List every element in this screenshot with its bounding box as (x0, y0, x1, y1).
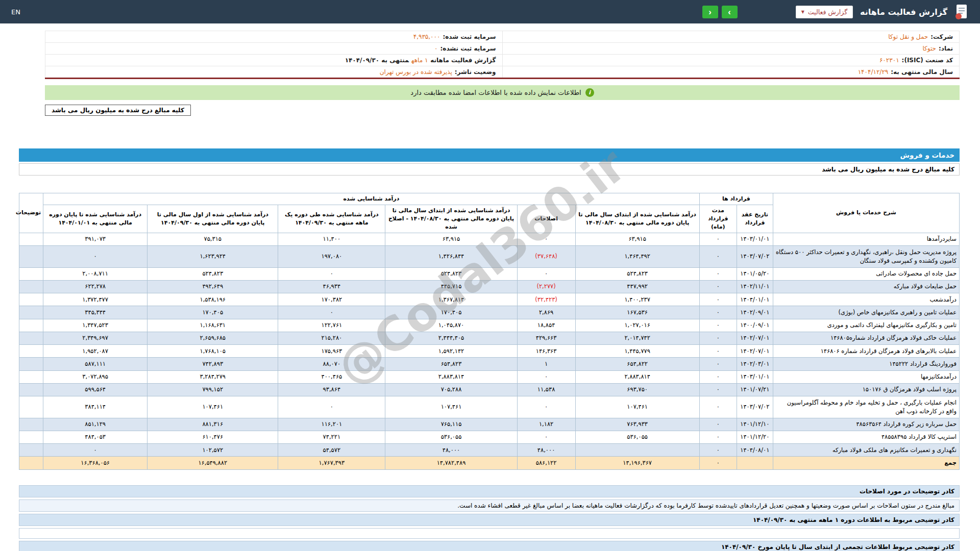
table-total-row: جمع۰۱۴,۱۹۶,۳۶۷۵۸۶,۱۲۲۱۴,۷۸۲,۴۸۹۱,۷۶۷,۳۹۳… (19, 457, 960, 469)
cell-rev_start: ۱۶۷,۵۳۶ (575, 306, 699, 319)
note-label-row: کادر توضیحی مربوط به اطلاعات دوره ۱ ماهه… (19, 514, 960, 526)
cell-rev_start: ۷۶۳,۹۳۳ (575, 418, 699, 431)
info-label: گزارش فعالیت ماهانه (430, 57, 496, 64)
cell-desc: فورواردینگ قرارداد ۱۴۵۲۲۲ (773, 358, 959, 370)
cell-rev_month: ۱۷۰,۳۸۲ (278, 293, 385, 306)
cell-rev_start (575, 444, 699, 457)
total-cell-adjustment: ۵۸۶,۱۲۲ (517, 457, 575, 469)
info-value: حمل و نقل توکا (888, 33, 928, 40)
total-cell-rev_prev: ۱۶,۳۶۸,۰۵۶ (43, 457, 148, 469)
section-header-sales: خدمات و فروش (19, 148, 960, 162)
col-header-rev-total: درآمد شناسایی شده از اول سال مالی تا پای… (148, 205, 278, 233)
cell-rev_start: ۲,۰۱۴,۷۴۲ (575, 332, 699, 344)
cell-rev_total: ۱۰۷,۴۶۱ (148, 396, 278, 418)
report-type-dropdown[interactable]: گزارش فعالیت ▼ (796, 6, 853, 18)
cell-rev_month: ۱۱۶,۲۰۱ (278, 418, 385, 431)
cell-rev_prev: ۳۴۵,۳۴۴ (43, 306, 148, 319)
cell-date: ۱۴۰۳/۰۱/۰۱ (737, 370, 773, 383)
col-group-revenue: درآمد شناسایی شده (43, 193, 700, 205)
info-value: ۱ ماهه (411, 57, 428, 64)
chevron-down-icon: ▼ (801, 10, 804, 14)
cell-rev_start: ۶۹۳,۷۵۰ (575, 383, 699, 396)
cell-rev_prev: ۰ (43, 246, 148, 268)
cell-rev_prev: ۱,۳۷۲,۴۷۷ (43, 293, 148, 306)
cell-rev_prev: ۱,۳۴۷,۵۲۳ (43, 319, 148, 332)
note-label-row: کادر توضیحی مربوط اطلاعات تجمعی از ابتدا… (19, 541, 960, 551)
cell-adjustment: ۰ (517, 396, 575, 418)
cell-adjustment: ۰ (517, 267, 575, 280)
cell-rev_month: ۷۴,۲۲۱ (278, 431, 385, 443)
company-info-body: شرکت:حمل و نقل توکاسرمایه ثبت شده:۴,۹۳۵,… (45, 31, 960, 79)
cell-rev_adjusted: ۷۰۵,۲۸۸ (385, 383, 517, 396)
info-label: کد صنعت (ISIC): (902, 57, 953, 64)
cell-rev_month: ۴۰۰,۴۶۵ (278, 370, 385, 383)
col-header-adjustment: اصلاحات (517, 205, 575, 233)
cell-adjustment: ۰ (517, 431, 575, 443)
prev-report-button[interactable]: ‹ (702, 6, 718, 18)
note-label-row: کادر توضیحات در مورد اصلاحات (19, 485, 960, 497)
col-header-rev-prev: درآمد شناسایی شده تا پایان دوره مالی منت… (43, 205, 148, 233)
company-info-cell: کد صنعت (ISIC):۶۰۲۳۰۱ (502, 55, 960, 66)
report-document-icon (954, 4, 969, 20)
cell-note (19, 345, 43, 358)
cell-duration: ۰ (699, 246, 737, 268)
company-info-row: سال مالی منتهی به:۱۴۰۴/۱۲/۲۹وضعیت ناشر:پ… (45, 66, 960, 79)
cell-rev_prev: ۶۲۲,۲۷۸ (43, 280, 148, 293)
signature-match-alert: i اطلاعات نمایش داده شده با اطلاعات امضا… (45, 85, 960, 100)
language-toggle[interactable]: EN (11, 8, 20, 16)
cell-desc: سایردرآمدها (773, 233, 959, 245)
cell-duration: ۰ (699, 267, 737, 280)
cell-rev_start: ۱,۰۲۷,۰۱۶ (575, 319, 699, 332)
cell-rev_month: ۰ (278, 267, 385, 280)
cell-duration: ۰ (699, 306, 737, 319)
table-row: نگهداری و تعمیرات مکانیزم های ملکی فولاد… (19, 444, 960, 457)
cell-date: ۱۴۰۴/۰۱/۰۱ (737, 293, 773, 306)
cell-rev_adjusted: ۱,۵۹۲,۱۴۲ (385, 345, 517, 358)
table-row: عملیات بالابرهای فولاد هرمزگان قرارداد ش… (19, 345, 960, 358)
cell-rev_month: ۰ (278, 306, 385, 319)
cell-rev_month: ۱۲۲,۷۶۱ (278, 319, 385, 332)
total-cell-date (737, 457, 773, 469)
cell-duration: ۰ (699, 233, 737, 245)
cell-rev_prev: ۴۸۴,۰۵۳ (43, 431, 148, 443)
cell-rev_total: ۴۹۲,۶۴۹ (148, 280, 278, 293)
company-info-row: کد صنعت (ISIC):۶۰۲۳۰۱گزارش فعالیت ماهانه… (45, 55, 960, 66)
cell-note (19, 444, 43, 457)
cell-rev_adjusted: ۴۸,۰۰۰ (385, 444, 517, 457)
cell-rev_prev: ۲,۰۰۸,۷۱۱ (43, 267, 148, 280)
note-content-row: مبالغ مندرج در ستون اصلاحات بر اساس صورت… (19, 499, 960, 512)
cell-rev_total: ۳,۲۸۴,۲۷۹ (148, 370, 278, 383)
table-row: سایردرآمدها۱۴۰۳/۰۱/۰۱۰۶۳,۹۱۵۰۶۳,۹۱۵۱۱,۴۰… (19, 233, 960, 245)
cell-duration: ۰ (699, 293, 737, 306)
col-header-rev-adjusted: درآمد شناسایی شده از ابتدای سال مالی تا … (385, 205, 517, 233)
next-report-button[interactable]: › (722, 6, 738, 18)
cell-date: ۱۴۰۲/۰۹/۰۱ (737, 306, 773, 319)
cell-note (19, 370, 43, 383)
cell-note (19, 233, 43, 245)
cell-rev_start: ۴۴۷,۹۹۲ (575, 280, 699, 293)
cell-rev_start: ۱۰۷,۴۶۱ (575, 396, 699, 418)
cell-desc: استریپ کالا قرارداد ۴۸۵۵۸۳۹۵ (773, 431, 959, 443)
table-row: انجام عملیات بارگیری ، حمل و تخلیه مواد … (19, 396, 960, 418)
sales-table-body: سایردرآمدها۱۴۰۳/۰۱/۰۱۰۶۳,۹۱۵۰۶۳,۹۱۵۱۱,۴۰… (19, 233, 960, 469)
cell-adjustment: ۱۴۶,۳۶۳ (517, 345, 575, 358)
total-cell-desc: جمع (773, 457, 959, 469)
cell-adjustment: ۱۱,۵۳۸ (517, 383, 575, 396)
cell-rev_total: ۷۵,۳۱۵ (148, 233, 278, 245)
table-row: درآمدمکانیزمها۱۴۰۳/۰۱/۰۱۰۲,۸۸۳,۸۱۴۰۲,۸۸۳… (19, 370, 960, 383)
info-label: نماد: (939, 45, 953, 52)
cell-date: ۱۴۰۳/۰۷/۰۲ (737, 396, 773, 418)
cell-note (19, 319, 43, 332)
company-info-cell: شرکت:حمل و نقل توکا (502, 31, 960, 43)
cell-rev_month: ۲۱۵,۲۸۰ (278, 332, 385, 344)
company-info-cell: وضعیت ناشر:پذیرفته شده در بورس تهران (45, 66, 503, 79)
table-row: استریپ کالا قرارداد ۴۸۵۵۸۳۹۵۱۴۰۱/۱۲/۲۰۰۵… (19, 431, 960, 443)
cell-rev_total: ۷۹۹,۱۵۲ (148, 383, 278, 396)
info-value: پذیرفته شده در بورس تهران (380, 68, 452, 76)
col-header-rev-start: درآمد شناسایی شده از ابتدای سال مالی تا … (575, 205, 699, 233)
cell-note (19, 246, 43, 268)
cell-adjustment: ۴۲۹,۶۶۳ (517, 332, 575, 344)
cell-rev_total: ۱۰۲,۵۷۲ (148, 444, 278, 457)
cell-desc: عملیات خاکی فولاد هرمزگان قرارداد شماره۱… (773, 332, 959, 344)
cell-desc: نگهداری و تعمیرات مکانیزم های ملکی فولاد… (773, 444, 959, 457)
